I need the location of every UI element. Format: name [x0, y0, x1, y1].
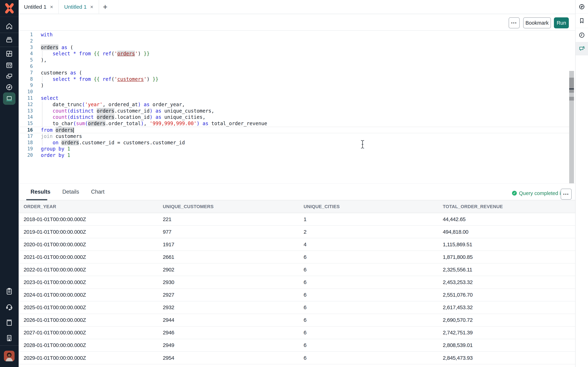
code-text: on orders.customer_id = customers.custom…	[41, 140, 185, 146]
table-cell: 2946	[163, 330, 303, 336]
code-text: orders as (	[41, 44, 73, 51]
table-row[interactable]: 2020-01-01T00:00:00.000Z191741,115,869.5…	[19, 238, 575, 251]
sql-editor[interactable]: 1with23orders as (4 select * from {{ ref…	[19, 32, 569, 158]
cell-more-button[interactable]: •••	[509, 17, 520, 28]
line-number: 15	[19, 120, 33, 127]
table-row[interactable]: 2022-01-01T00:00:00.000Z290262,325,556.1…	[19, 263, 575, 276]
rail-item-bookmark[interactable]	[576, 14, 588, 28]
sidebar-item-clipboard[interactable]	[4, 286, 15, 297]
cell-divider	[19, 30, 575, 31]
results-tab-details[interactable]: Details	[62, 189, 79, 195]
document-tab-1[interactable]: Untitled 1×	[19, 0, 59, 14]
line-number: 5	[19, 57, 33, 63]
sidebar-item-building[interactable]	[4, 333, 15, 344]
code-line-6: 6	[19, 63, 569, 70]
code-text: order by 1	[41, 152, 70, 158]
scrollbar-cursor-mark	[569, 88, 574, 90]
user-avatar[interactable]	[4, 351, 15, 361]
code-text: select * from {{ ref('customers') }}	[41, 76, 158, 83]
sidebar-item-archive[interactable]	[4, 34, 15, 45]
app-logo[interactable]	[0, 0, 19, 17]
sidebar-item-home[interactable]	[4, 21, 15, 32]
code-text: from orders	[41, 127, 74, 133]
table-row[interactable]: 2019-01-01T00:00:00.000Z9772494,818.00	[19, 226, 575, 238]
main-content: Untitled 1×Untitled 1× + ••• Bookmark Ru…	[19, 0, 575, 367]
line-number: 14	[19, 114, 33, 120]
line-number: 6	[19, 63, 33, 70]
column-header-unique_cities[interactable]: UNIQUE_CITIES	[303, 204, 443, 209]
ai-chat-icon	[578, 45, 585, 52]
rail-item-clock[interactable]	[576, 28, 588, 42]
line-number: 7	[19, 70, 33, 76]
table-cell: 977	[163, 229, 303, 235]
table-cell: 2	[303, 229, 443, 235]
table-row[interactable]: 2028-01-01T00:00:00.000Z294962,808,539.0…	[19, 339, 575, 352]
rail-item-compass[interactable]	[576, 0, 588, 14]
new-tab-button[interactable]: +	[103, 3, 108, 11]
table-row[interactable]: 2023-01-01T00:00:00.000Z293062,453,253.3…	[19, 276, 575, 289]
code-line-19: 19group by 1	[19, 146, 569, 152]
check-circle-icon: ✓	[512, 191, 517, 196]
table-cell: 2018-01-01T00:00:00.000Z	[24, 216, 163, 222]
table-row[interactable]: 2021-01-01T00:00:00.000Z266161,871,800.8…	[19, 251, 575, 263]
table-cell: 2,453,253.32	[443, 279, 575, 285]
sidebar-item-windows[interactable]	[4, 71, 15, 82]
line-number: 17	[19, 133, 33, 140]
table-cell: 4	[303, 242, 443, 248]
table-cell: 1,871,800.85	[443, 254, 575, 260]
rail-item-ai-chat[interactable]	[576, 42, 588, 55]
scrollbar-thumb[interactable]	[569, 78, 574, 93]
table-cell: 2944	[163, 317, 303, 323]
table-row[interactable]: 2029-01-01T00:00:00.000Z295462,845,473.9…	[19, 352, 575, 364]
column-header-unique_customers[interactable]: UNIQUE_CUSTOMERS	[163, 204, 303, 209]
sidebar-item-book[interactable]	[4, 317, 15, 328]
table-cell: 2022-01-01T00:00:00.000Z	[24, 267, 163, 273]
sidebar-item-compass[interactable]	[4, 82, 15, 93]
line-number: 10	[19, 89, 33, 95]
table-cell: 6	[303, 317, 443, 323]
results-tab-chart[interactable]: Chart	[91, 189, 104, 195]
table-row[interactable]: 2024-01-01T00:00:00.000Z292762,551,076.7…	[19, 289, 575, 301]
close-icon[interactable]: ×	[50, 4, 53, 10]
bookmark-icon	[578, 17, 585, 24]
code-text: join customers	[41, 133, 82, 140]
code-text: group by 1	[41, 146, 70, 152]
table-row[interactable]: 2026-01-01T00:00:00.000Z294462,690,570.7…	[19, 314, 575, 326]
table-row[interactable]: 2027-01-01T00:00:00.000Z294662,742,751.3…	[19, 326, 575, 339]
sidebar-item-headset[interactable]	[4, 301, 15, 312]
code-text: select	[41, 95, 58, 101]
bookmark-button[interactable]: Bookmark	[523, 17, 551, 28]
code-text: ),	[41, 57, 47, 63]
sidebar-item-dashboard[interactable]	[4, 48, 15, 59]
table-header: ORDER_YEARUNIQUE_CUSTOMERSUNIQUE_CITIEST…	[19, 200, 575, 213]
code-line-10: 10	[19, 89, 569, 95]
table-cell: 1,115,869.51	[443, 242, 575, 248]
column-header-total_order_revenue[interactable]: TOTAL_ORDER_REVENUE	[443, 204, 575, 209]
document-tab-2[interactable]: Untitled 1×	[59, 0, 99, 14]
sidebar-item-laptop[interactable]	[3, 92, 16, 105]
code-line-2: 2	[19, 38, 569, 44]
clipboard-icon	[5, 287, 13, 295]
table-row[interactable]: 2018-01-01T00:00:00.000Z221144,442.65	[19, 213, 575, 226]
table-row[interactable]: 2030-01-01T00:00:00.000Z287961,841,049.3…	[19, 364, 575, 367]
line-number: 18	[19, 140, 33, 146]
table-cell: 2019-01-01T00:00:00.000Z	[24, 229, 163, 235]
sidebar-item-code-window[interactable]	[4, 59, 15, 71]
line-number: 20	[19, 152, 33, 158]
line-number: 4	[19, 50, 33, 57]
results-more-button[interactable]: •••	[561, 189, 572, 200]
table-cell: 2902	[163, 267, 303, 273]
editor-scrollbar[interactable]	[569, 71, 574, 183]
code-line-3: 3orders as (	[19, 44, 569, 51]
results-tab-results[interactable]: Results	[31, 189, 51, 195]
table-cell: 2020-01-01T00:00:00.000Z	[24, 242, 163, 248]
left-sidebar	[0, 0, 19, 367]
line-number: 1	[19, 32, 33, 38]
table-cell: 6	[303, 342, 443, 348]
run-button[interactable]: Run	[554, 17, 569, 28]
column-header-order_year[interactable]: ORDER_YEAR	[24, 204, 163, 209]
close-icon[interactable]: ×	[90, 4, 93, 10]
table-row[interactable]: 2025-01-01T00:00:00.000Z293262,617,453.3…	[19, 301, 575, 314]
table-cell: 2,845,473.93	[443, 355, 575, 361]
code-line-13: 13 count(distinct orders.customer_id) as…	[19, 108, 569, 114]
